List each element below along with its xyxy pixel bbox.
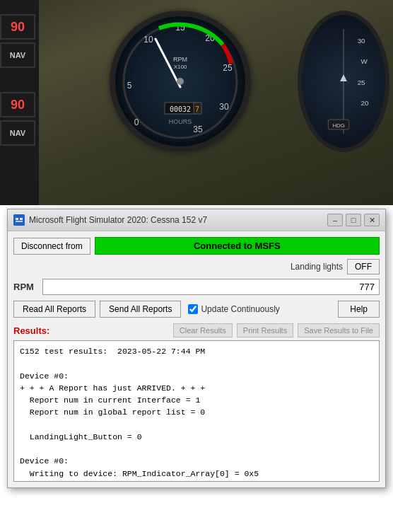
svg-text:HDG: HDG — [332, 122, 344, 129]
svg-line-9 — [156, 39, 180, 87]
rpm-gauge-face: 0 5 10 15 20 25 30 35 — [110, 11, 251, 152]
disconnect-button[interactable]: Disconnect from — [13, 238, 90, 255]
minimize-button[interactable]: – — [327, 214, 343, 226]
connection-status: Connected to MSFS — [95, 237, 380, 255]
titlebar-controls: – □ ✕ — [327, 214, 380, 226]
instrument-background: 0 5 10 15 20 25 30 35 — [39, 0, 393, 205]
connect-row: Disconnect from Connected to MSFS — [13, 237, 380, 255]
svg-text:25: 25 — [223, 63, 233, 73]
svg-text:20: 20 — [361, 99, 369, 107]
svg-text:0: 0 — [134, 117, 139, 127]
read-all-reports-button[interactable]: Read All Reports — [13, 301, 95, 318]
svg-point-10 — [177, 78, 184, 85]
maximize-button[interactable]: □ — [346, 214, 361, 226]
titlebar: Microsoft Flight Simulator 2020: Cessna … — [8, 209, 385, 231]
nav-label-top: NAV — [0, 42, 35, 68]
svg-text:HOURS: HOURS — [169, 118, 192, 125]
results-header-row: Results: Clear Results Print Results Sav… — [13, 323, 380, 337]
dialog-title: Microsoft Flight Simulator 2020: Cessna … — [29, 215, 207, 225]
svg-text:X100: X100 — [174, 64, 187, 70]
svg-rect-27 — [13, 214, 25, 226]
app-icon-svg — [13, 214, 25, 226]
landing-lights-toggle[interactable]: OFF — [347, 259, 380, 274]
print-results-button[interactable]: Print Results — [237, 323, 293, 337]
svg-rect-29 — [20, 218, 23, 220]
cockpit-background: 90 NAV 90 NAV — [0, 0, 393, 205]
nav-display-top: 90 — [0, 14, 35, 40]
main-dialog: Microsoft Flight Simulator 2020: Cessna … — [7, 209, 386, 488]
update-continuously-container: Update Continuously — [188, 304, 279, 314]
landing-lights-label: Landing lights — [291, 262, 343, 272]
results-label: Results: — [13, 325, 49, 336]
save-results-button[interactable]: Save Results to File — [298, 323, 380, 337]
svg-text:00032: 00032 — [170, 105, 191, 113]
svg-text:30: 30 — [219, 102, 229, 112]
svg-text:35: 35 — [193, 125, 203, 134]
send-all-reports-button[interactable]: Send All Reports — [100, 301, 181, 318]
svg-text:25: 25 — [358, 79, 365, 86]
nav-display-bot: 90 — [0, 92, 35, 117]
landing-lights-row: Landing lights OFF — [13, 259, 380, 274]
rpm-row: RPM — [13, 279, 380, 295]
update-continuously-checkbox[interactable] — [188, 304, 198, 314]
nav-label-bot: NAV — [0, 120, 35, 146]
update-continuously-label: Update Continuously — [201, 304, 279, 314]
svg-text:RPM: RPM — [173, 56, 187, 63]
rpm-label: RPM — [13, 282, 38, 292]
svg-text:5: 5 — [127, 81, 132, 91]
svg-marker-23 — [340, 74, 347, 81]
svg-text:10: 10 — [143, 35, 153, 45]
results-text: C152 test results: 2023-05-22 7:44 PM De… — [20, 345, 373, 482]
dialog-body: Disconnect from Connected to MSFS Landin… — [8, 231, 385, 487]
svg-text:7: 7 — [195, 105, 199, 113]
compass-svg: 30 W 25 20 HDG HDG — [302, 14, 385, 149]
title-left: Microsoft Flight Simulator 2020: Cessna … — [13, 214, 207, 226]
svg-text:30: 30 — [358, 37, 365, 45]
compass-gauge: 30 W 25 20 HDG HDG — [298, 11, 389, 152]
rpm-gauge: 0 5 10 15 20 25 30 35 — [110, 11, 251, 152]
clear-results-button[interactable]: Clear Results — [173, 323, 233, 337]
close-button[interactable]: ✕ — [364, 214, 380, 226]
left-panel: 90 NAV 90 NAV — [0, 0, 39, 205]
rpm-input[interactable] — [42, 279, 380, 295]
svg-text:W: W — [361, 57, 368, 65]
svg-rect-30 — [16, 221, 23, 222]
results-area[interactable]: C152 test results: 2023-05-22 7:44 PM De… — [13, 340, 380, 482]
help-button[interactable]: Help — [338, 301, 380, 318]
rpm-gauge-svg: 0 5 10 15 20 25 30 35 — [115, 16, 245, 146]
action-buttons-row: Read All Reports Send All Reports Update… — [13, 301, 380, 318]
svg-rect-28 — [16, 218, 18, 220]
app-icon — [13, 214, 25, 226]
